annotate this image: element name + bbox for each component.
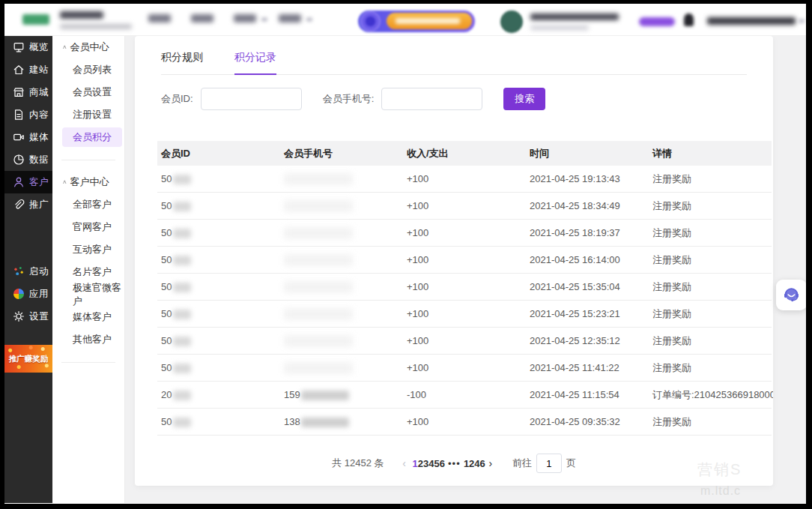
sidebar-item-data[interactable]: 数据 <box>4 148 52 171</box>
promo-inner-label-blurred <box>396 18 460 24</box>
topbar <box>4 4 806 36</box>
cell-phone: 159 <box>280 389 403 400</box>
sidebar-item-promotion[interactable]: 推广 <box>4 193 52 216</box>
sidebar-item-content[interactable]: 内容 <box>4 103 52 126</box>
more-pages-button[interactable]: ••• <box>445 458 464 469</box>
tab-points-rules[interactable]: 积分规则 <box>161 51 203 74</box>
submenu-item-other-customers[interactable]: 其他客户 <box>52 328 124 351</box>
sidebar-item-apps[interactable]: 应用 <box>4 283 52 305</box>
page-button-5[interactable]: 5 <box>434 458 439 469</box>
cell-member-id: 50 <box>157 308 280 319</box>
page-unit-label: 页 <box>566 457 576 470</box>
cell-member-id: 50 <box>157 362 280 373</box>
submenu-item-member-points[interactable]: 会员积分 <box>52 126 124 148</box>
submenu-item-card-customers[interactable]: 名片客户 <box>52 261 124 283</box>
topnav-item-2-blurred[interactable] <box>191 14 213 22</box>
submenu-group-customer-center[interactable]: ∧客户中心 <box>52 171 124 193</box>
sidebar-nav: 概览建站商城内容媒体数据客户推广 <box>4 36 52 216</box>
chevron-down-icon <box>261 17 267 22</box>
last-page-button[interactable]: 1246 <box>464 458 482 469</box>
blurred-id-suffix <box>173 283 191 292</box>
sidebar-item-label: 商城 <box>29 86 49 99</box>
submenu-item-register-settings[interactable]: 注册设置 <box>52 103 124 126</box>
sidebar-item-overview[interactable]: 概览 <box>4 36 52 58</box>
blurred-phone-suffix <box>301 391 349 400</box>
sidebar-item-label: 启动 <box>29 265 49 278</box>
blurred-id-suffix <box>173 418 191 427</box>
sidebar-item-media[interactable]: 媒体 <box>4 126 52 148</box>
submenu-item-label: 官网客户 <box>73 220 112 234</box>
blurred-id-suffix <box>173 202 191 211</box>
promo-banner[interactable]: 推广赚奖励 <box>4 345 52 373</box>
content-card: 积分规则 积分记录 会员ID: 会员手机号: 搜索 会员ID 会员手机号 <box>135 36 773 486</box>
user-menu-blurred[interactable] <box>707 17 796 25</box>
screen-frame: 概览建站商城内容媒体数据客户推广 启动应用设置 推广赚奖励 ∧会员中心会员列表会… <box>0 0 812 509</box>
submenu-item-member-list[interactable]: 会员列表 <box>52 58 124 81</box>
bell-icon[interactable] <box>684 13 694 26</box>
member-id-label: 会员ID: <box>161 92 193 106</box>
phone-input[interactable] <box>381 88 482 110</box>
blurred-phone-suffix <box>284 173 353 185</box>
submenu-divider <box>52 148 124 171</box>
prev-page-button[interactable]: ‹ <box>396 457 412 469</box>
pagination: 共 12452 条 ‹ 123456 ••• 1246 › 前往 页 <box>135 454 773 473</box>
sidebar-item-site[interactable]: 建站 <box>4 58 52 81</box>
page-button-2[interactable]: 2 <box>418 458 423 469</box>
member-id-input[interactable] <box>201 88 302 110</box>
submenu-item-speed-wechat-customers[interactable]: 极速官微客户 <box>52 283 124 306</box>
cell-detail: 注册奖励 <box>649 307 772 321</box>
shop-icon <box>13 86 25 98</box>
page-button-1[interactable]: 1 <box>412 458 417 469</box>
table-row: 50+1002021-04-25 16:14:00注册奖励 <box>157 247 772 274</box>
cell-amount: +100 <box>403 281 526 292</box>
goto-page-input[interactable] <box>536 454 562 473</box>
search-button[interactable]: 搜索 <box>503 88 545 110</box>
sidebar-item-customers[interactable]: 客户 <box>4 171 52 193</box>
cell-amount: +100 <box>403 173 526 184</box>
page-button-6[interactable]: 6 <box>440 458 445 469</box>
submenu-item-website-customers[interactable]: 官网客户 <box>52 216 124 238</box>
next-page-button[interactable]: › <box>482 457 499 469</box>
submenu-item-interactive-customers[interactable]: 互动客户 <box>52 238 124 261</box>
promo-inner-button[interactable] <box>387 13 472 29</box>
tab-points-records[interactable]: 积分记录 <box>234 51 276 75</box>
cell-amount: +100 <box>403 254 526 265</box>
data-icon <box>13 154 25 166</box>
cell-phone <box>280 280 403 293</box>
submenu-item-media-customers[interactable]: 媒体客户 <box>52 306 124 328</box>
sidebar-item-launch[interactable]: 启动 <box>4 260 52 283</box>
col-time: 时间 <box>526 147 649 160</box>
customer-service-button[interactable] <box>776 280 806 310</box>
sidebar-item-mall[interactable]: 商城 <box>4 81 52 103</box>
table-row: 20159-1002021-04-25 11:15:54订单编号:2104253… <box>157 382 772 409</box>
sidebar-footer: 启动应用设置 <box>4 260 52 328</box>
org-avatar[interactable] <box>500 10 523 33</box>
submenu-group-title: 会员中心 <box>70 40 109 54</box>
topnav-item-1-blurred[interactable] <box>148 14 171 22</box>
cell-detail: 注册奖励 <box>649 172 772 186</box>
chevron-down-icon <box>799 19 805 23</box>
customer-icon <box>13 176 25 188</box>
topnav-item-4-blurred[interactable] <box>279 14 301 22</box>
col-phone: 会员手机号 <box>280 147 403 160</box>
submenu-item-label: 名片客户 <box>73 265 112 279</box>
settings-icon <box>13 310 25 322</box>
blurred-id-suffix <box>173 337 191 346</box>
watermark-line1: 营销S <box>697 460 742 480</box>
vip-badge-blurred[interactable] <box>639 17 675 26</box>
overview-icon <box>13 41 25 53</box>
submenu-item-all-customers[interactable]: 全部客户 <box>52 193 124 216</box>
filter-bar: 会员ID: 会员手机号: 搜索 <box>161 88 747 110</box>
app-window: 概览建站商城内容媒体数据客户推广 启动应用设置 推广赚奖励 ∧会员中心会员列表会… <box>4 4 806 504</box>
sidebar-item-label: 媒体 <box>29 131 49 144</box>
sidebar-item-settings[interactable]: 设置 <box>4 305 52 328</box>
cell-phone <box>280 253 403 266</box>
cell-member-id: 50 <box>157 335 280 346</box>
cell-time: 2021-04-25 15:23:21 <box>526 308 649 319</box>
submenu-group-member-center[interactable]: ∧会员中心 <box>52 36 124 58</box>
submenu-item-member-settings[interactable]: 会员设置 <box>52 81 124 103</box>
cell-phone <box>280 334 403 347</box>
topnav-item-3-blurred[interactable] <box>234 14 256 22</box>
promo-badge-icon <box>360 11 381 31</box>
promo-pill-button[interactable] <box>358 10 475 32</box>
